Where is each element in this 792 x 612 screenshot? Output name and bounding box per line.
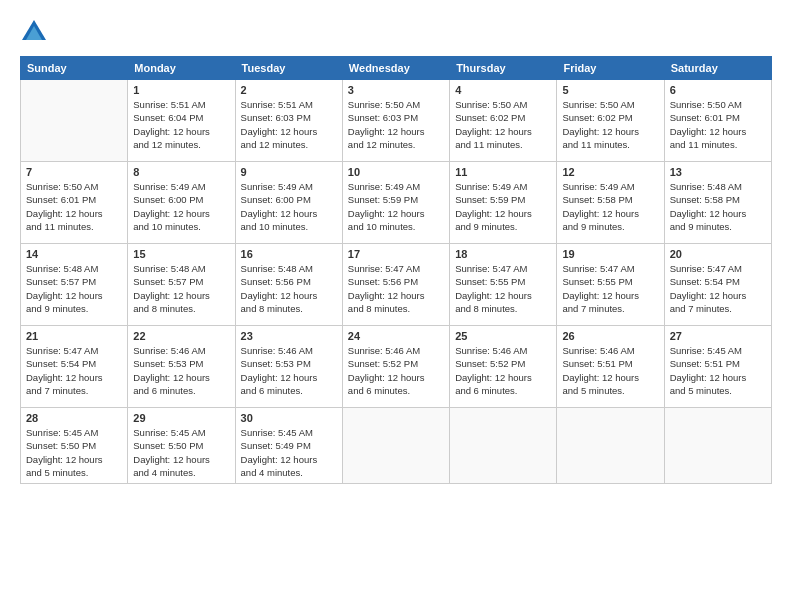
day-info: Sunrise: 5:46 AM Sunset: 5:53 PM Dayligh… xyxy=(241,344,337,397)
day-info: Sunrise: 5:47 AM Sunset: 5:54 PM Dayligh… xyxy=(26,344,122,397)
day-info: Sunrise: 5:48 AM Sunset: 5:57 PM Dayligh… xyxy=(133,262,229,315)
header-cell-saturday: Saturday xyxy=(664,57,771,80)
calendar-cell: 3Sunrise: 5:50 AM Sunset: 6:03 PM Daylig… xyxy=(342,80,449,162)
day-number: 14 xyxy=(26,248,122,260)
page-header xyxy=(20,18,772,46)
day-number: 28 xyxy=(26,412,122,424)
day-number: 18 xyxy=(455,248,551,260)
header-cell-thursday: Thursday xyxy=(450,57,557,80)
day-number: 4 xyxy=(455,84,551,96)
calendar-cell: 17Sunrise: 5:47 AM Sunset: 5:56 PM Dayli… xyxy=(342,244,449,326)
calendar-cell: 5Sunrise: 5:50 AM Sunset: 6:02 PM Daylig… xyxy=(557,80,664,162)
day-number: 19 xyxy=(562,248,658,260)
day-number: 9 xyxy=(241,166,337,178)
day-number: 3 xyxy=(348,84,444,96)
day-info: Sunrise: 5:47 AM Sunset: 5:55 PM Dayligh… xyxy=(562,262,658,315)
day-number: 13 xyxy=(670,166,766,178)
calendar-week-3: 14Sunrise: 5:48 AM Sunset: 5:57 PM Dayli… xyxy=(21,244,772,326)
header-cell-tuesday: Tuesday xyxy=(235,57,342,80)
day-number: 27 xyxy=(670,330,766,342)
day-info: Sunrise: 5:49 AM Sunset: 5:58 PM Dayligh… xyxy=(562,180,658,233)
header-cell-sunday: Sunday xyxy=(21,57,128,80)
calendar-week-4: 21Sunrise: 5:47 AM Sunset: 5:54 PM Dayli… xyxy=(21,326,772,408)
calendar-cell: 15Sunrise: 5:48 AM Sunset: 5:57 PM Dayli… xyxy=(128,244,235,326)
calendar-cell: 24Sunrise: 5:46 AM Sunset: 5:52 PM Dayli… xyxy=(342,326,449,408)
day-number: 29 xyxy=(133,412,229,424)
day-info: Sunrise: 5:46 AM Sunset: 5:51 PM Dayligh… xyxy=(562,344,658,397)
day-number: 2 xyxy=(241,84,337,96)
day-number: 25 xyxy=(455,330,551,342)
calendar-cell: 21Sunrise: 5:47 AM Sunset: 5:54 PM Dayli… xyxy=(21,326,128,408)
calendar-cell: 16Sunrise: 5:48 AM Sunset: 5:56 PM Dayli… xyxy=(235,244,342,326)
day-info: Sunrise: 5:51 AM Sunset: 6:04 PM Dayligh… xyxy=(133,98,229,151)
day-number: 22 xyxy=(133,330,229,342)
calendar-cell: 4Sunrise: 5:50 AM Sunset: 6:02 PM Daylig… xyxy=(450,80,557,162)
calendar-cell: 30Sunrise: 5:45 AM Sunset: 5:49 PM Dayli… xyxy=(235,408,342,484)
day-number: 21 xyxy=(26,330,122,342)
header-cell-friday: Friday xyxy=(557,57,664,80)
day-number: 20 xyxy=(670,248,766,260)
day-number: 24 xyxy=(348,330,444,342)
day-info: Sunrise: 5:45 AM Sunset: 5:50 PM Dayligh… xyxy=(133,426,229,479)
calendar-cell: 25Sunrise: 5:46 AM Sunset: 5:52 PM Dayli… xyxy=(450,326,557,408)
day-number: 7 xyxy=(26,166,122,178)
calendar-cell: 18Sunrise: 5:47 AM Sunset: 5:55 PM Dayli… xyxy=(450,244,557,326)
day-info: Sunrise: 5:46 AM Sunset: 5:52 PM Dayligh… xyxy=(348,344,444,397)
calendar-cell: 10Sunrise: 5:49 AM Sunset: 5:59 PM Dayli… xyxy=(342,162,449,244)
day-info: Sunrise: 5:47 AM Sunset: 5:55 PM Dayligh… xyxy=(455,262,551,315)
calendar-cell: 27Sunrise: 5:45 AM Sunset: 5:51 PM Dayli… xyxy=(664,326,771,408)
calendar-cell: 7Sunrise: 5:50 AM Sunset: 6:01 PM Daylig… xyxy=(21,162,128,244)
calendar-cell xyxy=(21,80,128,162)
day-number: 23 xyxy=(241,330,337,342)
calendar-body: 1Sunrise: 5:51 AM Sunset: 6:04 PM Daylig… xyxy=(21,80,772,484)
calendar-cell: 28Sunrise: 5:45 AM Sunset: 5:50 PM Dayli… xyxy=(21,408,128,484)
header-cell-monday: Monday xyxy=(128,57,235,80)
calendar-week-5: 28Sunrise: 5:45 AM Sunset: 5:50 PM Dayli… xyxy=(21,408,772,484)
calendar-cell: 13Sunrise: 5:48 AM Sunset: 5:58 PM Dayli… xyxy=(664,162,771,244)
logo xyxy=(20,18,52,46)
day-info: Sunrise: 5:50 AM Sunset: 6:01 PM Dayligh… xyxy=(670,98,766,151)
day-info: Sunrise: 5:48 AM Sunset: 5:56 PM Dayligh… xyxy=(241,262,337,315)
day-info: Sunrise: 5:46 AM Sunset: 5:53 PM Dayligh… xyxy=(133,344,229,397)
calendar-cell: 20Sunrise: 5:47 AM Sunset: 5:54 PM Dayli… xyxy=(664,244,771,326)
day-info: Sunrise: 5:51 AM Sunset: 6:03 PM Dayligh… xyxy=(241,98,337,151)
page-container: SundayMondayTuesdayWednesdayThursdayFrid… xyxy=(0,0,792,494)
day-number: 11 xyxy=(455,166,551,178)
calendar-week-1: 1Sunrise: 5:51 AM Sunset: 6:04 PM Daylig… xyxy=(21,80,772,162)
calendar-table: SundayMondayTuesdayWednesdayThursdayFrid… xyxy=(20,56,772,484)
calendar-cell: 9Sunrise: 5:49 AM Sunset: 6:00 PM Daylig… xyxy=(235,162,342,244)
calendar-cell: 14Sunrise: 5:48 AM Sunset: 5:57 PM Dayli… xyxy=(21,244,128,326)
day-info: Sunrise: 5:49 AM Sunset: 6:00 PM Dayligh… xyxy=(133,180,229,233)
calendar-cell xyxy=(342,408,449,484)
calendar-cell: 2Sunrise: 5:51 AM Sunset: 6:03 PM Daylig… xyxy=(235,80,342,162)
day-number: 30 xyxy=(241,412,337,424)
logo-icon xyxy=(20,18,48,46)
calendar-cell xyxy=(450,408,557,484)
day-number: 12 xyxy=(562,166,658,178)
day-info: Sunrise: 5:49 AM Sunset: 5:59 PM Dayligh… xyxy=(348,180,444,233)
calendar-cell: 11Sunrise: 5:49 AM Sunset: 5:59 PM Dayli… xyxy=(450,162,557,244)
day-number: 8 xyxy=(133,166,229,178)
day-info: Sunrise: 5:50 AM Sunset: 6:01 PM Dayligh… xyxy=(26,180,122,233)
day-info: Sunrise: 5:50 AM Sunset: 6:02 PM Dayligh… xyxy=(562,98,658,151)
header-row: SundayMondayTuesdayWednesdayThursdayFrid… xyxy=(21,57,772,80)
day-info: Sunrise: 5:45 AM Sunset: 5:51 PM Dayligh… xyxy=(670,344,766,397)
calendar-header: SundayMondayTuesdayWednesdayThursdayFrid… xyxy=(21,57,772,80)
calendar-cell: 1Sunrise: 5:51 AM Sunset: 6:04 PM Daylig… xyxy=(128,80,235,162)
day-info: Sunrise: 5:48 AM Sunset: 5:57 PM Dayligh… xyxy=(26,262,122,315)
calendar-cell xyxy=(664,408,771,484)
day-number: 26 xyxy=(562,330,658,342)
day-number: 6 xyxy=(670,84,766,96)
day-info: Sunrise: 5:49 AM Sunset: 6:00 PM Dayligh… xyxy=(241,180,337,233)
day-info: Sunrise: 5:47 AM Sunset: 5:56 PM Dayligh… xyxy=(348,262,444,315)
day-info: Sunrise: 5:45 AM Sunset: 5:50 PM Dayligh… xyxy=(26,426,122,479)
day-info: Sunrise: 5:45 AM Sunset: 5:49 PM Dayligh… xyxy=(241,426,337,479)
day-number: 1 xyxy=(133,84,229,96)
calendar-cell: 26Sunrise: 5:46 AM Sunset: 5:51 PM Dayli… xyxy=(557,326,664,408)
calendar-week-2: 7Sunrise: 5:50 AM Sunset: 6:01 PM Daylig… xyxy=(21,162,772,244)
day-info: Sunrise: 5:46 AM Sunset: 5:52 PM Dayligh… xyxy=(455,344,551,397)
day-info: Sunrise: 5:47 AM Sunset: 5:54 PM Dayligh… xyxy=(670,262,766,315)
day-info: Sunrise: 5:50 AM Sunset: 6:03 PM Dayligh… xyxy=(348,98,444,151)
calendar-cell: 12Sunrise: 5:49 AM Sunset: 5:58 PM Dayli… xyxy=(557,162,664,244)
calendar-cell: 22Sunrise: 5:46 AM Sunset: 5:53 PM Dayli… xyxy=(128,326,235,408)
